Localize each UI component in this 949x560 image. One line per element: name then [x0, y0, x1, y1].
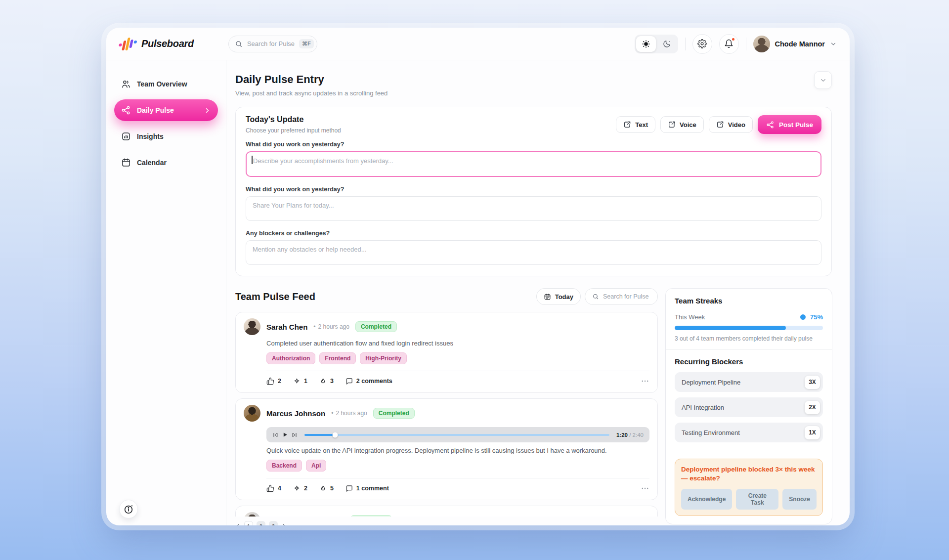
- page-button-2[interactable]: 2: [257, 521, 265, 525]
- blocker-item-testing-environment[interactable]: Testing Environment 1X: [675, 423, 823, 442]
- divider: [666, 349, 832, 350]
- topbar-divider: [746, 38, 746, 50]
- feed-title: Team Pulse Feed: [235, 291, 315, 302]
- spark-reaction-button[interactable]: 1: [293, 378, 307, 385]
- sidebar-item-calendar[interactable]: Calendar: [114, 152, 218, 173]
- tag[interactable]: Backend: [266, 460, 302, 472]
- flame-reaction-button[interactable]: 3: [319, 378, 334, 385]
- streak-percent: 75%: [810, 313, 823, 321]
- flame-reaction-button[interactable]: 5: [319, 485, 334, 492]
- blocker-label: API Integration: [682, 404, 724, 411]
- acknowledge-button[interactable]: Acknowledge: [681, 489, 732, 510]
- post-timestamp: •2 hours ago: [331, 410, 367, 417]
- create-task-button[interactable]: Create Task: [736, 489, 778, 510]
- yesterday-textarea[interactable]: [246, 151, 821, 177]
- avatar: [244, 318, 260, 335]
- snooze-button[interactable]: Snooze: [782, 489, 817, 510]
- streak-caption: 3 out of 4 team members completed their …: [675, 335, 823, 342]
- like-reaction-button[interactable]: 4: [266, 484, 281, 492]
- comments-button[interactable]: 1 comment: [345, 485, 389, 492]
- blocker-item-api-integration[interactable]: API Integration 2X: [675, 397, 823, 417]
- play-icon[interactable]: [282, 431, 288, 438]
- page-button-1[interactable]: 1: [244, 521, 253, 525]
- collapse-panel-button[interactable]: [814, 71, 832, 89]
- voice-mode-button[interactable]: Voice: [660, 116, 704, 133]
- sidebar-item-insights[interactable]: Insights: [114, 126, 218, 147]
- spark-count: 2: [304, 485, 307, 492]
- blockers-textarea[interactable]: [246, 240, 821, 265]
- chevron-down-icon: [830, 41, 837, 47]
- comments-button[interactable]: 2 comments: [345, 378, 392, 385]
- global-search-input[interactable]: Search for Pulse ⌘F: [228, 36, 317, 52]
- tag[interactable]: Authorization: [266, 352, 315, 364]
- page-button-3[interactable]: 3: [269, 521, 278, 525]
- pulse-post-sarah-chen: Sarah Chen •2 hours ago Completed Comple…: [235, 312, 658, 393]
- audio-progress-handle[interactable]: [332, 432, 338, 437]
- pulse-network-icon: [766, 121, 775, 129]
- export-icon: [716, 121, 724, 129]
- more-options-button[interactable]: [641, 484, 649, 493]
- feed-search-input[interactable]: Search for Pulse: [585, 288, 658, 305]
- video-mode-button[interactable]: Video: [709, 116, 753, 133]
- pulse-post-marcus-johnson: Marcus Johnson •2 hours ago Completed: [235, 398, 658, 500]
- topbar-divider: [685, 38, 686, 50]
- notifications-button[interactable]: [719, 34, 739, 54]
- entry-card-header: Today's Update Choose your preferred inp…: [246, 115, 341, 134]
- calendar-icon: [544, 293, 551, 301]
- previous-track-icon[interactable]: [272, 432, 278, 438]
- post-timestamp: •2 hours ago: [313, 323, 349, 330]
- blocker-label: Testing Environment: [682, 429, 740, 436]
- topbar: Pulseboard Search for Pulse ⌘F: [106, 28, 850, 60]
- alert-message: Deployment pipeline blocked 3× this week…: [681, 465, 817, 483]
- next-page-button[interactable]: [281, 523, 287, 526]
- light-mode-button[interactable]: [636, 36, 656, 52]
- thumbs-up-icon: [266, 484, 274, 492]
- next-track-icon[interactable]: [292, 432, 298, 438]
- post-pulse-button[interactable]: Post Pulse: [758, 115, 821, 134]
- thumbs-up-icon: [266, 377, 274, 385]
- chevron-right-icon: [204, 107, 211, 114]
- settings-button[interactable]: [692, 34, 712, 54]
- audio-progress-fill: [304, 434, 335, 436]
- like-count: 2: [278, 378, 281, 385]
- today-filter-button[interactable]: Today: [536, 288, 581, 305]
- sidebar-item-team-overview[interactable]: Team Overview: [114, 73, 218, 95]
- field-label-yesterday: What did you work on yesterday?: [246, 141, 821, 148]
- more-options-button[interactable]: [641, 377, 649, 386]
- streak-dot: [800, 314, 806, 320]
- user-name: Chode Mannor: [775, 40, 825, 48]
- post-author: David Kim: [266, 517, 302, 517]
- text-mode-button[interactable]: Text: [616, 116, 655, 133]
- sidebar-item-label: Calendar: [137, 159, 167, 167]
- like-reaction-button[interactable]: 2: [266, 377, 281, 385]
- app-logo: Pulseboard: [119, 38, 194, 50]
- field-label-blockers: Any blockers or challenges?: [246, 230, 821, 237]
- team-pulse-feed: Team Pulse Feed Today: [235, 288, 658, 525]
- post-text: Quick voice update on the API integratio…: [266, 447, 649, 454]
- sidebar-item-daily-pulse[interactable]: Daily Pulse: [114, 99, 218, 121]
- sidebar-item-label: Insights: [137, 132, 164, 140]
- search-icon: [592, 293, 599, 300]
- post-author: Marcus Johnson: [266, 409, 325, 418]
- audio-progress-track[interactable]: [304, 434, 609, 436]
- post-tags: Authorization Frontend High-Priority: [266, 352, 649, 364]
- today-plans-textarea[interactable]: [246, 196, 821, 221]
- tag[interactable]: Api: [306, 460, 326, 472]
- previous-page-button[interactable]: [235, 523, 241, 526]
- tag[interactable]: High-Priority: [360, 352, 407, 364]
- sparkle-icon: [293, 378, 301, 385]
- dark-mode-button[interactable]: [657, 36, 677, 52]
- bar-chart-icon: [121, 131, 131, 141]
- todays-update-card: Today's Update Choose your preferred inp…: [235, 107, 832, 276]
- streak-period-label: This Week: [675, 313, 705, 321]
- spark-reaction-button[interactable]: 2: [293, 485, 307, 492]
- feed-search-placeholder: Search for Pulse: [603, 293, 648, 300]
- sidebar: Team Overview Daily Pulse Insights: [106, 60, 226, 525]
- help-info-button[interactable]: [119, 500, 138, 518]
- tag[interactable]: Frontend: [319, 352, 356, 364]
- user-menu[interactable]: Chode Mannor: [753, 36, 837, 52]
- topbar-actions: Chode Mannor: [635, 34, 837, 54]
- feed-scroll-area[interactable]: Sarah Chen •2 hours ago Completed Comple…: [235, 312, 658, 517]
- blocker-item-deployment-pipeline[interactable]: Deployment Pipeline 3X: [675, 372, 823, 392]
- comment-icon: [345, 378, 353, 385]
